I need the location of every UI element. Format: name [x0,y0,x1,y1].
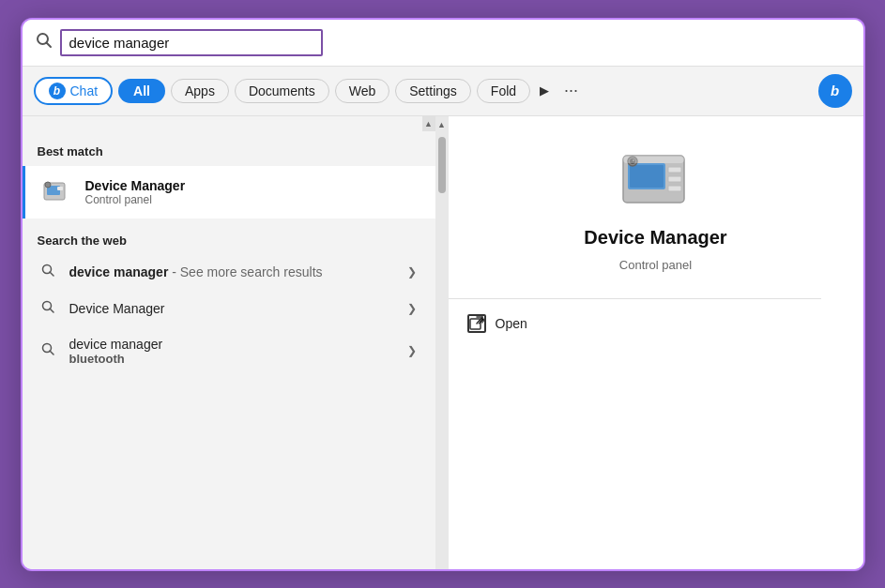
scrollbar[interactable]: ▲ [435,116,449,569]
right-subtitle: Control panel [619,258,692,272]
web-item-chevron-2: ❯ [407,302,417,315]
web-item-3[interactable]: device manager bluetooth ❯ [26,327,432,375]
svg-line-23 [477,317,482,324]
detail-divider [449,298,822,299]
web-section-title: Search the web [23,220,435,253]
svg-rect-20 [668,186,681,191]
best-match-subtitle: Control panel [85,193,186,206]
svg-line-9 [50,309,53,312]
left-panel: ▲ Best match Device Manager Control pan [23,116,435,569]
search-bar [23,20,863,67]
web-item-2[interactable]: Device Manager ❯ [26,291,432,326]
web-item-text-1: device manager - See more search results [69,264,407,279]
web-item-line2-3: bluetooth [69,352,125,366]
web-item-text-2: Device Manager [69,301,407,316]
tab-more-button[interactable]: ··· [558,79,584,102]
svg-rect-19 [668,176,681,182]
svg-line-11 [50,351,53,354]
right-title: Device Manager [584,227,726,249]
web-item-1[interactable]: device manager - See more search results… [26,254,432,290]
svg-rect-22 [470,319,481,329]
web-search-icon-3 [41,342,58,359]
tab-chat-label: Chat [70,83,99,98]
web-search-icon-1 [41,264,58,280]
tab-chat[interactable]: b Chat [34,77,114,105]
web-item-text-3: device manager bluetooth [69,337,407,366]
best-match-text: Device Manager Control panel [85,178,186,206]
right-detail: Device Manager Control panel [449,116,863,294]
scroll-thumb[interactable] [438,137,446,193]
scroll-arrow-up[interactable]: ▲ [437,116,446,133]
scroll-up-btn[interactable]: ▲ [422,116,435,131]
bing-logo: b [831,83,839,98]
best-match-item[interactable]: Device Manager Control panel [23,166,435,219]
tab-fold[interactable]: Fold [477,79,530,103]
web-item-muted-1: - See more search results [172,264,322,279]
web-item-chevron-3: ❯ [407,344,417,357]
web-search-icon-2 [41,300,58,317]
search-window: b Chat All Apps Documents Web Settings F… [21,18,865,571]
web-item-line1-3: device manager [69,337,407,352]
svg-rect-5 [57,187,63,190]
svg-line-7 [50,272,53,276]
svg-rect-14 [630,165,664,188]
tab-all[interactable]: All [118,79,165,103]
svg-line-1 [46,43,51,48]
open-icon [467,314,486,333]
best-match-title: Device Manager [85,178,186,193]
device-manager-icon-small [40,175,74,209]
tabs-bar: b Chat All Apps Documents Web Settings F… [23,67,863,116]
right-panel: Device Manager Control panel Open [449,116,863,569]
tab-web[interactable]: Web [335,79,390,103]
web-item-normal-2: Device Manager [69,301,165,316]
search-icon [36,32,53,53]
svg-point-4 [45,182,51,188]
tab-documents[interactable]: Documents [235,79,329,103]
tab-settings[interactable]: Settings [395,79,471,103]
tab-play-button[interactable]: ▶ [536,82,553,99]
bing-icon-small: b [49,83,66,99]
svg-rect-18 [668,167,681,173]
web-item-bold-1: device manager [69,264,169,279]
open-action[interactable]: Open [449,303,863,344]
bing-button[interactable]: b [818,74,852,108]
device-manager-icon-large [614,146,698,212]
open-label: Open [496,316,527,331]
best-match-section-title: Best match [23,131,435,164]
web-item-chevron-1: ❯ [407,265,417,279]
tab-apps[interactable]: Apps [171,79,229,103]
main-content: ▲ Best match Device Manager Control pan [23,116,863,569]
svg-rect-21 [623,156,684,163]
search-input[interactable] [60,29,323,56]
